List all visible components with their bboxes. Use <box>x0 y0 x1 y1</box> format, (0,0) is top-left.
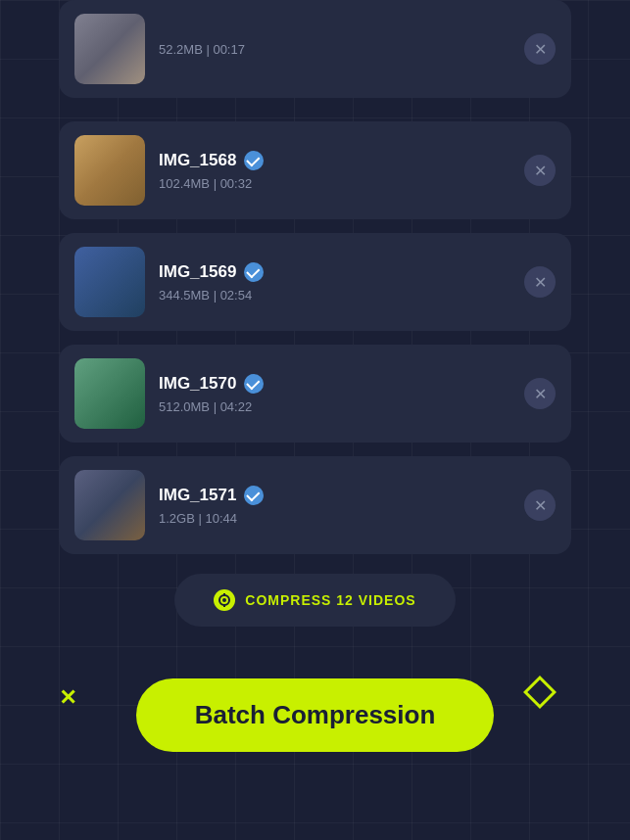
video-item-3: IMG_1571 1.2GB | 10:44 ✕ <box>59 456 571 554</box>
video-item-left: IMG_1569 344.5MB | 02:54 <box>74 247 264 317</box>
batch-button-label: Batch Compression <box>195 700 436 729</box>
remove-button-1[interactable]: ✕ <box>524 266 556 298</box>
video-name-row: IMG_1571 <box>159 486 264 505</box>
video-meta: 512.0MB | 04:22 <box>159 399 264 414</box>
video-list: IMG_1568 102.4MB | 00:32 ✕ IMG_1569 3 <box>0 112 630 554</box>
thumb-image <box>74 247 145 317</box>
svg-point-1 <box>222 598 226 602</box>
remove-button-3[interactable]: ✕ <box>524 490 556 521</box>
deco-diamond-icon <box>523 676 557 709</box>
thumb-image <box>74 358 145 429</box>
check-icon <box>244 374 264 394</box>
video-thumbnail <box>74 135 145 206</box>
video-name: IMG_1571 <box>159 486 236 505</box>
video-info: 52.2MB | 00:17 <box>159 42 245 57</box>
check-icon <box>244 486 264 505</box>
video-item-1: IMG_1569 344.5MB | 02:54 ✕ <box>59 233 571 331</box>
video-info: IMG_1568 102.4MB | 00:32 <box>159 151 264 191</box>
thumb-image <box>74 14 145 84</box>
video-thumbnail <box>74 358 145 429</box>
video-item-0: IMG_1568 102.4MB | 00:32 ✕ <box>59 121 571 219</box>
thumb-image <box>74 135 145 206</box>
compress-icon <box>214 589 235 611</box>
video-thumbnail <box>74 14 145 84</box>
video-name: IMG_1568 <box>159 151 236 170</box>
video-item-left: 52.2MB | 00:17 <box>74 14 245 84</box>
video-meta: 52.2MB | 00:17 <box>159 42 245 57</box>
video-name: IMG_1570 <box>159 374 236 394</box>
video-info: IMG_1571 1.2GB | 10:44 <box>159 486 264 526</box>
video-item-2: IMG_1570 512.0MB | 04:22 ✕ <box>59 345 571 443</box>
video-info: IMG_1569 344.5MB | 02:54 <box>159 262 264 303</box>
batch-compression-button[interactable]: Batch Compression <box>136 678 495 752</box>
remove-button[interactable]: ✕ <box>524 33 556 65</box>
video-name-row: IMG_1568 <box>159 151 264 170</box>
compress-button-label: COMPRESS 12 VIDEOS <box>245 592 415 608</box>
compress-button[interactable]: COMPRESS 12 VIDEOS <box>174 574 455 627</box>
decorative-area: ✕ Batch Compression <box>0 656 630 773</box>
deco-x-icon: ✕ <box>59 685 76 711</box>
video-name: IMG_1569 <box>159 262 236 282</box>
check-icon <box>244 151 264 170</box>
video-meta: 1.2GB | 10:44 <box>159 511 264 526</box>
remove-button-0[interactable]: ✕ <box>524 155 556 186</box>
video-info: IMG_1570 512.0MB | 04:22 <box>159 374 264 414</box>
video-item-left: IMG_1570 512.0MB | 04:22 <box>74 358 264 429</box>
video-item-left: IMG_1568 102.4MB | 00:32 <box>74 135 264 206</box>
thumb-image <box>74 470 145 540</box>
video-name-row: IMG_1570 <box>159 374 264 394</box>
video-thumbnail <box>74 247 145 317</box>
video-meta: 102.4MB | 00:32 <box>159 176 264 191</box>
check-icon <box>244 262 264 282</box>
video-item-left: IMG_1571 1.2GB | 10:44 <box>74 470 264 540</box>
video-item-partial: 52.2MB | 00:17 ✕ <box>59 0 571 98</box>
video-meta: 344.5MB | 02:54 <box>159 288 264 303</box>
compress-button-container: COMPRESS 12 VIDEOS <box>0 574 630 627</box>
video-thumbnail <box>74 470 145 540</box>
video-name-row: IMG_1569 <box>159 262 264 282</box>
remove-button-2[interactable]: ✕ <box>524 378 556 409</box>
